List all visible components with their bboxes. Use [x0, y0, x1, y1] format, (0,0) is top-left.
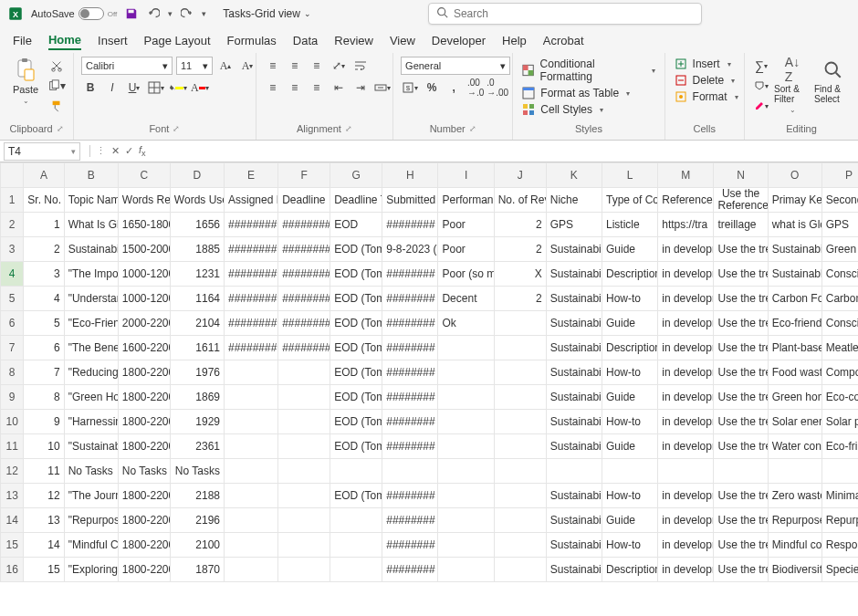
cell[interactable]: Use the tre: [714, 533, 768, 558]
cell[interactable]: [494, 336, 546, 360]
cell[interactable]: [278, 410, 330, 434]
cell[interactable]: 1656: [170, 213, 224, 237]
search-box[interactable]: [428, 3, 702, 25]
cell[interactable]: in developr: [658, 237, 714, 262]
cell[interactable]: 14: [24, 533, 64, 558]
cell[interactable]: [438, 336, 494, 360]
cell-styles-button[interactable]: Cell Styles▾: [520, 102, 605, 117]
cell[interactable]: [602, 459, 657, 484]
row-header[interactable]: 8: [1, 360, 24, 385]
cell[interactable]: 7: [24, 360, 64, 385]
cell[interactable]: Sustainabili: [546, 237, 602, 262]
cell[interactable]: "Green Hor: [64, 385, 118, 410]
cell[interactable]: 1: [24, 213, 64, 237]
font-name-combo[interactable]: Calibri▾: [81, 57, 173, 75]
increase-font-icon[interactable]: A▴: [216, 57, 235, 75]
delete-cells-button[interactable]: Delete▾: [673, 73, 738, 88]
undo-icon[interactable]: [146, 6, 161, 21]
cell[interactable]: No Tasks: [64, 459, 118, 484]
cell[interactable]: 2361: [170, 434, 224, 459]
cell[interactable]: Description: [602, 336, 657, 360]
cell[interactable]: Carbon foo: [821, 287, 858, 311]
increase-decimal-icon[interactable]: .00→.0: [466, 78, 485, 97]
cell[interactable]: ########: [278, 237, 330, 262]
row-header[interactable]: 12: [1, 459, 24, 484]
cell[interactable]: How-to: [602, 360, 657, 385]
cell[interactable]: EOD (Tomo: [330, 434, 382, 459]
column-header[interactable]: M: [658, 163, 714, 188]
cell[interactable]: How-to: [602, 533, 657, 558]
cell[interactable]: Listicle: [602, 213, 657, 237]
cell[interactable]: ########: [382, 262, 438, 287]
row-header[interactable]: 9: [1, 385, 24, 410]
cell[interactable]: [225, 459, 278, 484]
cell[interactable]: ########: [278, 336, 330, 360]
font-size-combo[interactable]: 11▾: [176, 57, 213, 75]
dialog-launcher-icon[interactable]: ⤢: [469, 124, 476, 133]
cell[interactable]: ########: [382, 385, 438, 410]
cell[interactable]: 1800-2200: [118, 533, 170, 558]
cell[interactable]: 1600-2200: [118, 336, 170, 360]
fill-color-icon[interactable]: ▾: [169, 78, 187, 97]
cell[interactable]: Use the tre: [714, 311, 768, 336]
cell[interactable]: treillage: [714, 213, 768, 237]
header-cell[interactable]: Words Used: [170, 188, 224, 213]
cell[interactable]: Use the tre: [714, 484, 768, 508]
cell[interactable]: EOD (Tomo: [330, 385, 382, 410]
cell[interactable]: 2: [494, 213, 546, 237]
cell[interactable]: in developr: [658, 410, 714, 434]
cell[interactable]: How-to: [602, 287, 657, 311]
cell[interactable]: Use the tre: [714, 360, 768, 385]
cell[interactable]: [278, 385, 330, 410]
cell[interactable]: EOD (Tomo: [330, 237, 382, 262]
toggle-off-icon[interactable]: [78, 7, 104, 20]
cell[interactable]: in developr: [658, 311, 714, 336]
format-painter-icon[interactable]: [47, 97, 66, 115]
orientation-icon[interactable]: ⤢▾: [330, 57, 348, 75]
cell[interactable]: ########: [278, 262, 330, 287]
cell[interactable]: X: [494, 262, 546, 287]
column-header[interactable]: B: [64, 163, 118, 188]
save-icon[interactable]: [124, 6, 139, 21]
header-cell[interactable]: Secondary: [821, 188, 858, 213]
increase-indent-icon[interactable]: ⇥: [351, 78, 370, 97]
cell[interactable]: [278, 508, 330, 533]
cell[interactable]: Use the tre: [714, 336, 768, 360]
dialog-launcher-icon[interactable]: ⤢: [57, 124, 64, 133]
cell[interactable]: Use the tre: [714, 410, 768, 434]
row-header[interactable]: 6: [1, 311, 24, 336]
cell[interactable]: Plant-based: [768, 336, 821, 360]
column-header[interactable]: I: [438, 163, 494, 188]
tab-formulas[interactable]: Formulas: [227, 32, 277, 49]
cell[interactable]: in developr: [658, 262, 714, 287]
cell[interactable]: 2196: [170, 508, 224, 533]
cell[interactable]: ########: [278, 311, 330, 336]
row-header[interactable]: 13: [1, 484, 24, 508]
cell[interactable]: 15: [24, 558, 64, 582]
cell[interactable]: [225, 558, 278, 582]
decrease-font-icon[interactable]: A▾: [238, 57, 256, 75]
cell[interactable]: 1800-2200: [118, 508, 170, 533]
autosave-toggle[interactable]: AutoSave Off: [31, 7, 117, 20]
header-cell[interactable]: Topic Name: [64, 188, 118, 213]
cell[interactable]: Biodiversity: [768, 558, 821, 582]
cell[interactable]: 1869: [170, 385, 224, 410]
cell[interactable]: [278, 360, 330, 385]
cell[interactable]: [438, 410, 494, 434]
cell[interactable]: Guide: [602, 385, 657, 410]
cell[interactable]: EOD (Tomo: [330, 360, 382, 385]
search-input[interactable]: [454, 7, 694, 20]
cell[interactable]: Sustainabili: [546, 484, 602, 508]
dialog-launcher-icon[interactable]: ⤢: [173, 124, 180, 133]
cell[interactable]: GPS: [821, 213, 858, 237]
cell[interactable]: in developr: [658, 336, 714, 360]
enter-formula-icon[interactable]: ✓: [125, 145, 133, 157]
cell[interactable]: Guide: [602, 434, 657, 459]
cell[interactable]: 2: [494, 287, 546, 311]
align-top-icon[interactable]: ≡: [264, 57, 282, 75]
cell[interactable]: Sustainabili: [546, 311, 602, 336]
cell[interactable]: in developr: [658, 385, 714, 410]
cell[interactable]: ########: [382, 484, 438, 508]
cell[interactable]: [658, 459, 714, 484]
cell[interactable]: in developr: [658, 360, 714, 385]
